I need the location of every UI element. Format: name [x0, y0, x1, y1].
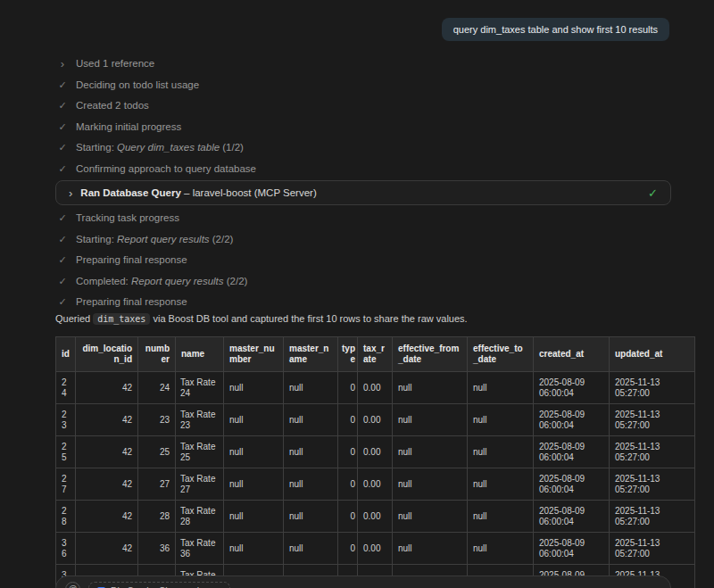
table-cell: 2025-08-09 06:00:04	[534, 436, 610, 468]
table-cell: 25	[56, 436, 76, 468]
composer-bar[interactable]: @ DimServiceCharge.php ×	[55, 576, 671, 588]
column-header: created_at	[534, 337, 610, 372]
table-cell: null	[224, 404, 284, 436]
table-cell: 0.00	[358, 436, 393, 468]
progress-list-top: › Used 1 reference ✓ Deciding on todo li…	[58, 58, 256, 175]
table-row: 274227Tax Rate 27nullnull00.00nullnull20…	[56, 468, 695, 501]
check-icon: ✓	[58, 79, 67, 91]
column-header: tax_rate	[358, 337, 393, 372]
table-cell: Tax Rate 27	[176, 468, 224, 501]
context-file-chip[interactable]: DimServiceCharge.php ×	[88, 582, 230, 588]
progress-item: ✓ Deciding on todo list usage	[58, 79, 256, 91]
table-cell: 0	[338, 501, 358, 533]
column-header: effective_from_date	[393, 337, 468, 372]
assistant-summary-text: Queried dim_taxes via Boost DB tool and …	[55, 313, 468, 324]
table-cell: 2025-11-13 05:27:00	[610, 533, 695, 565]
table-cell: Tax Rate 25	[176, 436, 224, 468]
table-header-row: iddim_location_idnumbernamemaster_number…	[56, 337, 695, 372]
table-cell: 23	[56, 404, 76, 436]
progress-label: Preparing final response	[76, 254, 187, 266]
table-cell: 2025-08-09 06:00:04	[534, 372, 610, 404]
table-cell: null	[468, 533, 534, 565]
progress-item: ✓ Starting: Report query results (2/2)	[58, 234, 247, 245]
table-cell: 2025-11-13 05:27:00	[610, 436, 695, 468]
check-icon: ✓	[58, 212, 67, 224]
column-header: type	[338, 337, 358, 372]
column-header: master_name	[284, 337, 338, 372]
table-cell: null	[468, 404, 534, 436]
table-cell: 2025-11-13 05:27:00	[610, 404, 695, 436]
table-cell: 0.00	[358, 372, 393, 404]
table-cell: null	[468, 436, 534, 468]
check-icon: ✓	[58, 163, 67, 175]
table-cell: 42	[76, 436, 138, 468]
progress-label: Confirming approach to query database	[76, 163, 256, 175]
table-cell: 24	[56, 372, 76, 404]
progress-label: Created 2 todos	[76, 100, 149, 112]
table-cell: null	[284, 501, 338, 533]
table-cell: null	[468, 468, 534, 501]
inline-code: dim_taxes	[93, 313, 150, 325]
progress-item: ✓ Tracking task progress	[58, 212, 247, 224]
user-message-bubble: query dim_taxes table and show first 10 …	[442, 18, 669, 41]
table-cell: 0.00	[358, 501, 393, 533]
table-cell: null	[393, 372, 468, 404]
query-results-table-container: iddim_location_idnumbernamemaster_number…	[55, 336, 700, 588]
progress-list-bottom: ✓ Tracking task progress ✓ Starting: Rep…	[58, 212, 247, 308]
table-cell: Tax Rate 36	[176, 533, 224, 565]
progress-label: Deciding on todo list usage	[76, 79, 199, 91]
progress-item: ✓ Preparing final response	[58, 296, 247, 308]
table-cell: null	[393, 404, 468, 436]
progress-item: ✓ Created 2 todos	[58, 100, 256, 112]
table-cell: null	[393, 468, 468, 501]
progress-label: Tracking task progress	[76, 212, 179, 224]
table-cell: 0.00	[358, 404, 393, 436]
table-cell: 0	[338, 372, 358, 404]
chevron-right-icon: ›	[58, 59, 67, 69]
check-icon: ✓	[58, 100, 67, 112]
table-cell: 2025-08-09 06:00:04	[534, 404, 610, 436]
table-cell: null	[284, 372, 338, 404]
table-cell: 42	[76, 468, 138, 501]
check-icon: ✓	[58, 121, 67, 133]
table-cell: null	[468, 501, 534, 533]
table-cell: 24	[138, 372, 176, 404]
check-icon: ✓	[58, 276, 67, 287]
table-cell: 42	[76, 404, 138, 436]
table-cell: null	[468, 372, 534, 404]
column-header: dim_location_id	[76, 337, 138, 372]
check-icon: ✓	[58, 234, 67, 245]
progress-item-used-references[interactable]: › Used 1 reference	[58, 58, 256, 70]
table-cell: 0	[338, 533, 358, 565]
table-row: 234223Tax Rate 23nullnull00.00nullnull20…	[56, 404, 695, 436]
table-cell: 0	[338, 436, 358, 468]
table-cell: 27	[138, 468, 176, 501]
column-header: updated_at	[610, 337, 695, 372]
chat-view: query dim_taxes table and show first 10 …	[0, 0, 714, 588]
table-cell: 0	[338, 468, 358, 501]
progress-item: ✓ Confirming approach to query database	[58, 163, 256, 175]
check-icon: ✓	[58, 142, 67, 153]
table-body: 244224Tax Rate 24nullnull00.00nullnull20…	[56, 372, 695, 588]
add-context-button[interactable]: @	[65, 582, 80, 588]
table-cell: 28	[138, 501, 176, 533]
table-cell: null	[224, 501, 284, 533]
table-cell: Tax Rate 28	[176, 501, 224, 533]
column-header: effective_to_date	[468, 337, 534, 372]
column-header: name	[176, 337, 224, 372]
tool-call-card[interactable]: › Ran Database Query – laravel-boost (MC…	[55, 180, 671, 205]
success-check-icon: ✓	[648, 186, 658, 200]
table-cell: 2025-11-13 05:27:00	[610, 468, 695, 501]
table-cell: null	[393, 436, 468, 468]
tool-call-title: Ran Database Query – laravel-boost (MCP …	[80, 187, 316, 198]
table-cell: Tax Rate 23	[176, 404, 224, 436]
progress-item: ✓ Preparing final response	[58, 254, 247, 266]
table-cell: 0.00	[358, 468, 393, 501]
progress-label: Used 1 reference	[76, 58, 154, 70]
table-cell: 25	[138, 436, 176, 468]
progress-label: Completed: Report query results (2/2)	[76, 276, 247, 287]
table-row: 364236Tax Rate 36nullnull00.00nullnull20…	[56, 533, 695, 565]
table-cell: 27	[56, 468, 76, 501]
progress-label: Marking initial progress	[76, 121, 181, 133]
table-cell: 2025-11-13 05:27:00	[610, 372, 695, 404]
